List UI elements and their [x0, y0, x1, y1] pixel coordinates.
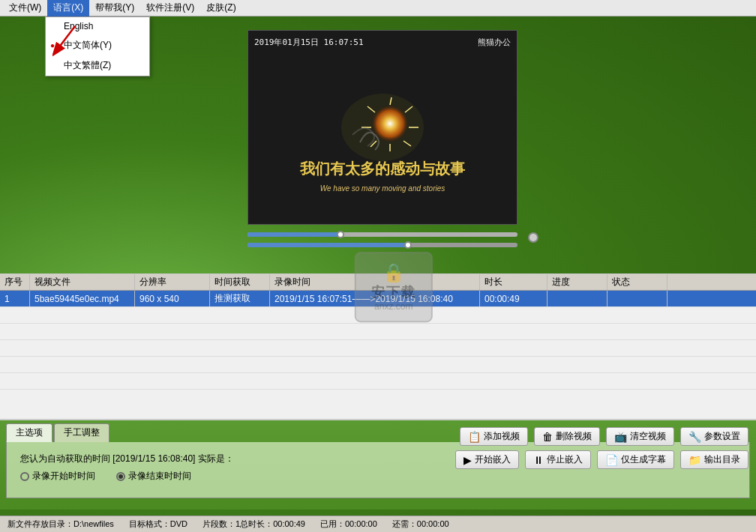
add-video-icon: 📋	[468, 431, 481, 443]
btn-row-2: ▶ 开始嵌入 ⏸ 停止嵌入 📄 仅生成字幕 📁 输出目录	[455, 450, 748, 469]
timeline-thumb[interactable]	[337, 231, 344, 238]
timeline-track[interactable]	[248, 232, 518, 237]
arrow-indicator	[52, 22, 82, 62]
col-header-seq: 序号	[0, 274, 30, 290]
delete-video-button[interactable]: 🗑 删除视频	[534, 427, 600, 446]
start-embed-button[interactable]: ▶ 开始嵌入	[455, 450, 519, 469]
stop-embed-icon: ⏸	[533, 454, 544, 466]
col-header-duration: 时长	[480, 274, 548, 290]
radio-start-label: 录像开始时时间	[32, 470, 95, 483]
clear-video-label: 清空视频	[630, 430, 666, 443]
video-container: 2019年01月15日 16:07:51 熊猫办公	[248, 30, 518, 252]
subtitle-only-label: 仅生成字幕	[621, 453, 666, 466]
param-settings-label: 参数设置	[704, 430, 740, 443]
delete-video-icon: 🗑	[542, 431, 553, 443]
timeline-fill	[248, 232, 342, 237]
status-clips-info: 片段数：1总时长：00:00:49	[202, 519, 305, 530]
stop-embed-button[interactable]: ⏸ 停止嵌入	[525, 450, 591, 469]
svg-line-1	[56, 26, 75, 51]
table-header: 序号 视频文件 分辨率 时间获取 录像时间 时长 进度 状态	[0, 274, 756, 291]
col-header-time-acq: 时间获取	[210, 274, 270, 290]
cell-seq: 1	[0, 291, 30, 306]
status-used-time: 已用：00:00:00	[320, 519, 377, 530]
radio-end-time[interactable]: 录像结束时时间	[116, 470, 191, 483]
timeline-container	[248, 225, 518, 252]
table-row[interactable]: 1 5bae59445e0ec.mp4 960 x 540 推测获取 2019/…	[0, 291, 756, 307]
menu-language[interactable]: 语言(X)	[47, 0, 89, 16]
col-header-rec-time: 录像时间	[270, 274, 480, 290]
firework-graphic	[338, 90, 428, 165]
subtitle-only-icon: 📄	[605, 454, 618, 466]
param-settings-icon: 🔧	[688, 431, 701, 443]
stop-embed-label: 停止嵌入	[547, 453, 583, 466]
col-header-file: 视频文件	[30, 274, 135, 290]
status-target-format: 目标格式：DVD	[129, 519, 188, 530]
radio-end-circle[interactable]	[116, 472, 125, 481]
menu-file[interactable]: 文件(W)	[3, 0, 47, 16]
btn-row-1: 📋 添加视频 🗑 删除视频 📺 清空视频 🔧 参数设置	[455, 427, 748, 446]
param-settings-button[interactable]: 🔧 参数设置	[680, 427, 748, 446]
col-header-status: 状态	[608, 274, 668, 290]
table-row-empty-1[interactable]	[0, 307, 756, 324]
cell-time-acq: 推测获取	[210, 291, 270, 306]
video-text-cn: 我们有太多的感动与故事	[300, 159, 465, 179]
cell-duration: 00:00:49	[480, 291, 548, 306]
table-section: 序号 视频文件 分辨率 时间获取 录像时间 时长 进度 状态 1 5bae594…	[0, 273, 756, 420]
status-new-file-dir: 新文件存放目录：D:\newfiles	[8, 519, 114, 530]
volume-track[interactable]	[248, 243, 518, 247]
video-brand: 熊猫办公	[478, 37, 511, 48]
status-remaining-time: 还需：00:00:00	[392, 519, 449, 530]
status-bar: 新文件存放目录：D:\newfiles 目标格式：DVD 片段数：1总时长：00…	[0, 516, 756, 532]
tab-manual[interactable]: 手工调整	[54, 423, 110, 442]
radio-start-circle[interactable]	[20, 472, 29, 481]
add-video-label: 添加视频	[484, 430, 520, 443]
radio-row: 录像开始时时间 录像结束时时间	[20, 470, 736, 483]
menubar: 文件(W) 语言(X) 帮帮我(Y) 软件注册(V) 皮肤(Z)	[0, 0, 756, 16]
menu-register[interactable]: 软件注册(V)	[140, 0, 200, 16]
export-dir-button[interactable]: 📁 输出目录	[680, 450, 748, 469]
cell-status	[608, 291, 668, 306]
volume-thumb[interactable]	[404, 241, 412, 249]
cell-file: 5bae59445e0ec.mp4	[30, 291, 135, 306]
volume-fill	[248, 243, 410, 247]
export-dir-label: 输出目录	[704, 453, 740, 466]
cell-resolution: 960 x 540	[135, 291, 210, 306]
export-dir-icon: 📁	[688, 454, 701, 466]
radio-start-time[interactable]: 录像开始时时间	[20, 470, 95, 483]
video-timestamp: 2019年01月15日 16:07:51	[254, 37, 364, 48]
right-knob[interactable]	[528, 232, 538, 243]
cell-progress	[548, 291, 608, 306]
menu-skin[interactable]: 皮肤(Z)	[200, 0, 242, 16]
table-row-empty-3[interactable]	[0, 340, 756, 357]
table-row-empty-5[interactable]	[0, 373, 756, 390]
tab-main[interactable]: 主选项	[6, 423, 52, 442]
video-preview: 2019年01月15日 16:07:51 熊猫办公	[248, 30, 518, 225]
time-label: 您认为自动获取的时间 [2019/1/15 16:08:40] 实际是：	[20, 453, 234, 465]
add-video-button[interactable]: 📋 添加视频	[460, 427, 528, 446]
start-embed-label: 开始嵌入	[475, 453, 511, 466]
table-row-empty-4[interactable]	[0, 357, 756, 373]
col-header-progress: 进度	[548, 274, 608, 290]
menu-help[interactable]: 帮帮我(Y)	[89, 0, 140, 16]
right-buttons: 📋 添加视频 🗑 删除视频 📺 清空视频 🔧 参数设置 ▶ 开始嵌入 ⏸ 停止嵌…	[455, 427, 748, 469]
clear-video-icon: 📺	[614, 431, 627, 443]
table-row-empty-2[interactable]	[0, 324, 756, 340]
start-embed-icon: ▶	[464, 454, 472, 466]
radio-end-label: 录像结束时时间	[128, 470, 191, 483]
clear-video-button[interactable]: 📺 清空视频	[606, 427, 674, 446]
col-header-resolution: 分辨率	[135, 274, 210, 290]
delete-video-label: 删除视频	[556, 430, 592, 443]
subtitle-only-button[interactable]: 📄 仅生成字幕	[597, 450, 674, 469]
video-text-en: We have so many moving and stories	[320, 184, 446, 193]
cell-rec-time: 2019/1/15 16:07:51——>2019/1/15 16:08:40	[270, 291, 480, 306]
